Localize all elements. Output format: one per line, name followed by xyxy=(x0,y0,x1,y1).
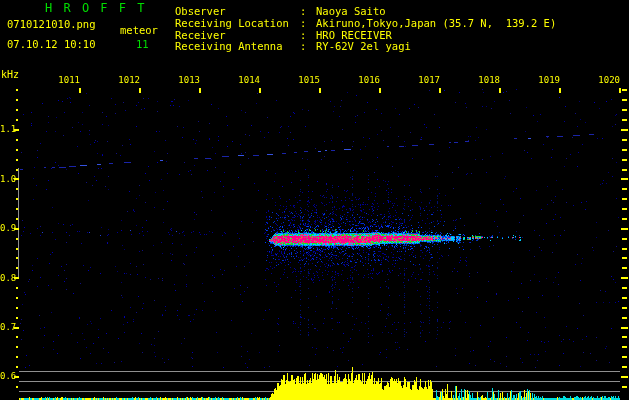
x-tick-label: 1019 xyxy=(534,76,560,85)
antenna-separator: : xyxy=(300,41,306,52)
y-tick-label: 0.9 xyxy=(0,224,14,233)
antenna-value: RY-62V 2el yagi xyxy=(316,41,411,52)
file-name: 0710121010.png xyxy=(7,19,96,30)
y-tick-label: 0.6 xyxy=(0,372,14,381)
x-tick-label: 1013 xyxy=(174,76,200,85)
echo-count: 11 xyxy=(136,39,149,50)
receiver-value: HRO RECEIVER xyxy=(316,30,392,41)
observer-label: Observer xyxy=(175,6,226,17)
y-axis-unit: kHz xyxy=(1,70,19,80)
x-tick-label: 1015 xyxy=(294,76,320,85)
receiver-label: Receiver xyxy=(175,30,226,41)
y-tick-label: 0.7 xyxy=(0,323,14,332)
x-tick-label: 1016 xyxy=(354,76,380,85)
x-tick-label: 1011 xyxy=(54,76,80,85)
location-value: Akiruno,Tokyo,Japan (35.7 N, 139.2 E) xyxy=(316,18,556,29)
spectrogram-canvas xyxy=(0,0,629,400)
y-tick-label: 1.0 xyxy=(0,175,14,184)
x-tick-label: 1018 xyxy=(474,76,500,85)
x-tick-label: 1012 xyxy=(114,76,140,85)
y-tick-label: 1.1 xyxy=(0,125,14,134)
location-separator: : xyxy=(300,18,306,29)
observer-separator: : xyxy=(300,6,306,17)
antenna-label: Receiving Antenna xyxy=(175,41,282,52)
y-tick-label: 0.8 xyxy=(0,274,14,283)
receiver-separator: : xyxy=(300,30,306,41)
timestamp: 07.10.12 10:10 xyxy=(7,39,96,50)
location-label: Receiving Location xyxy=(175,18,289,29)
app-title: H R O F F T xyxy=(45,2,146,14)
x-tick-label: 1020 xyxy=(594,76,620,85)
hrofft-window: H R O F F T 0710121010.png meteor 07.10.… xyxy=(0,0,629,400)
mode-label: meteor xyxy=(120,25,158,36)
x-tick-label: 1014 xyxy=(234,76,260,85)
x-tick-label: 1017 xyxy=(414,76,440,85)
observer-value: Naoya Saito xyxy=(316,6,386,17)
